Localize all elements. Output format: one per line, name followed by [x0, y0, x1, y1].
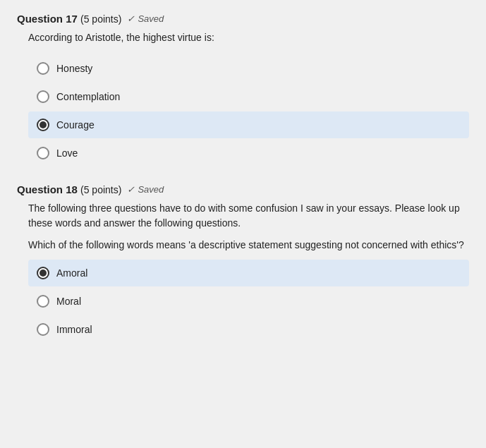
option-amoral-label: Amoral — [56, 267, 87, 279]
option-contemplation-label: Contemplation — [56, 91, 120, 102]
question-18-options: Amoral Moral Immoral — [28, 260, 469, 343]
option-contemplation[interactable]: Contemplation — [28, 83, 469, 110]
question-17-header: Question 17 (5 points) ✓ Saved — [17, 13, 469, 25]
radio-love[interactable] — [37, 147, 49, 159]
question-17-options: Honesty Contemplation Courage Love — [28, 55, 469, 167]
option-honesty[interactable]: Honesty — [28, 55, 469, 82]
radio-moral[interactable] — [37, 295, 49, 308]
checkmark-icon: ✓ — [127, 13, 135, 24]
page-container: Question 17 (5 points) ✓ Saved According… — [0, 0, 486, 373]
question-17-saved: ✓ Saved — [127, 13, 164, 24]
option-love[interactable]: Love — [28, 140, 469, 167]
checkmark-icon-18: ✓ — [127, 184, 135, 195]
option-immoral-label: Immoral — [56, 324, 92, 335]
option-honesty-label: Honesty — [56, 63, 92, 74]
question-18-title: Question 18 (5 points) — [17, 183, 121, 195]
radio-contemplation[interactable] — [37, 90, 49, 103]
question-17-title: Question 17 (5 points) — [17, 13, 121, 25]
question-18-block: Question 18 (5 points) ✓ Saved The follo… — [17, 183, 469, 343]
question-18-intro: The following three questions have to do… — [28, 201, 469, 231]
radio-honesty[interactable] — [37, 62, 49, 75]
radio-amoral[interactable] — [37, 267, 49, 279]
option-immoral[interactable]: Immoral — [28, 316, 469, 343]
question-17-block: Question 17 (5 points) ✓ Saved According… — [17, 13, 469, 167]
radio-amoral-inner — [40, 270, 47, 277]
question-17-text: According to Aristotle, the highest virt… — [28, 30, 469, 45]
option-moral-label: Moral — [56, 296, 81, 307]
radio-immoral[interactable] — [37, 323, 49, 336]
radio-courage[interactable] — [37, 119, 49, 131]
option-courage-label: Courage — [56, 119, 95, 131]
radio-courage-inner — [40, 121, 47, 128]
option-courage[interactable]: Courage — [28, 111, 469, 138]
option-love-label: Love — [56, 147, 78, 159]
question-18-saved: ✓ Saved — [127, 184, 164, 195]
option-amoral[interactable]: Amoral — [28, 260, 469, 286]
option-moral[interactable]: Moral — [28, 288, 469, 315]
question-18-header: Question 18 (5 points) ✓ Saved — [17, 183, 469, 195]
question-18-text: Which of the following words means 'a de… — [28, 238, 469, 253]
